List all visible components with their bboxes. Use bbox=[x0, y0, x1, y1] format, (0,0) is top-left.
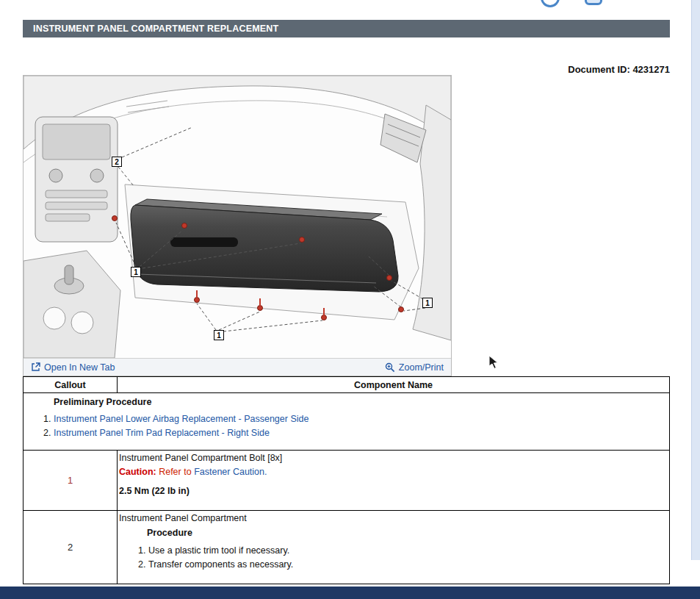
caution-label: Caution: bbox=[119, 467, 156, 477]
open-in-new-tab-icon bbox=[31, 362, 40, 372]
procedure-steps: Use a plastic trim tool if necessary. Tr… bbox=[119, 545, 666, 570]
preliminary-procedure-list: Instrument Panel Lower Airbag Replacemen… bbox=[24, 414, 669, 438]
toolbar-partial-icon[interactable] bbox=[585, 0, 602, 5]
torque-spec: 2.5 Nm (22 lb in) bbox=[119, 486, 666, 496]
page-title-text: INSTRUMENT PANEL COMPARTMENT REPLACEMENT bbox=[33, 24, 278, 34]
toolbar-partial-icon[interactable] bbox=[541, 0, 560, 7]
instrument-panel-illustration[interactable]: 2 1 1 1 bbox=[24, 76, 451, 358]
open-in-new-tab-link[interactable]: Open In New Tab bbox=[31, 362, 115, 373]
scrollbar-track[interactable] bbox=[691, 0, 700, 560]
link-airbag-replacement[interactable]: Instrument Panel Lower Airbag Replacemen… bbox=[54, 414, 308, 424]
caution-line: Caution: Refer to Fastener Caution. bbox=[119, 467, 666, 477]
column-header-callout: Callout bbox=[24, 377, 118, 393]
caution-text: Refer to bbox=[159, 467, 191, 477]
callout-number-2: 2 bbox=[68, 542, 73, 553]
table-row-callout-1: 1 Instrument Panel Compartment Bolt [8x]… bbox=[24, 451, 670, 511]
component-name-bolt: Instrument Panel Compartment Bolt [8x] bbox=[119, 453, 666, 463]
zoom-print-link[interactable]: Zoom/Print bbox=[385, 362, 444, 373]
procedure-step: Transfer components as necessary. bbox=[148, 559, 666, 570]
table-header-row: Callout Component Name bbox=[24, 377, 670, 393]
table-row-callout-2: 2 Instrument Panel Compartment Procedure… bbox=[24, 511, 670, 584]
figure-panel: 2 1 1 1 Open In New Tab bbox=[23, 75, 452, 376]
callout-marker-1a: 1 bbox=[134, 268, 138, 276]
component-table: Callout Component Name Preliminary Proce… bbox=[23, 376, 670, 584]
document-id: Document ID: 4231271 bbox=[568, 64, 670, 75]
preliminary-procedure-row: Preliminary Procedure Instrument Panel L… bbox=[24, 393, 670, 451]
procedure-step: Use a plastic trim tool if necessary. bbox=[148, 545, 666, 556]
open-in-new-tab-label: Open In New Tab bbox=[44, 362, 115, 373]
callout-marker-1b: 1 bbox=[217, 331, 221, 340]
callout-number-1: 1 bbox=[68, 475, 73, 486]
callout-marker-2: 2 bbox=[115, 158, 119, 166]
mouse-cursor bbox=[488, 355, 499, 370]
page-title: INSTRUMENT PANEL COMPARTMENT REPLACEMENT bbox=[23, 20, 670, 37]
link-trim-pad-replacement[interactable]: Instrument Panel Trim Pad Replacement - … bbox=[54, 428, 270, 438]
zoom-print-icon bbox=[385, 362, 395, 373]
service-info-page: INSTRUMENT PANEL COMPARTMENT REPLACEMENT… bbox=[0, 0, 700, 599]
zoom-print-label: Zoom/Print bbox=[399, 362, 444, 373]
bottom-status-bar bbox=[0, 587, 700, 599]
callout-marker-1c: 1 bbox=[425, 299, 430, 307]
figure-toolbar: Open In New Tab Zoom/Print bbox=[24, 358, 451, 376]
procedure-label: Procedure bbox=[147, 528, 666, 538]
preliminary-procedure-title: Preliminary Procedure bbox=[54, 397, 669, 407]
column-header-component-name: Component Name bbox=[118, 377, 670, 393]
component-name-compartment: Instrument Panel Compartment bbox=[119, 513, 666, 523]
fastener-caution-link[interactable]: Fastener Caution. bbox=[194, 467, 267, 477]
